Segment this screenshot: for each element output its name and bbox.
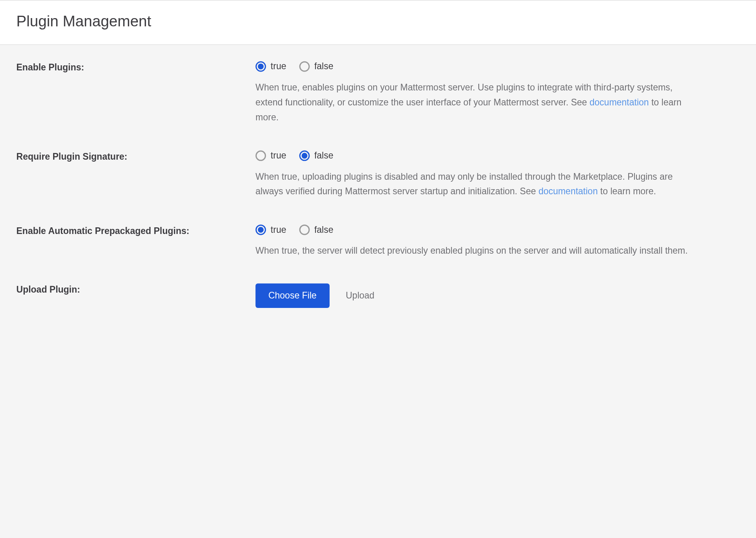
setting-label: Enable Plugins: <box>17 61 256 125</box>
radio-label: false <box>314 61 334 72</box>
radio-icon <box>299 150 310 161</box>
setting-controls: Choose File Upload Upload a plugin for y… <box>256 284 699 329</box>
radio-enable-plugins-false[interactable]: false <box>299 61 333 72</box>
help-text: When true, uploading plugins is disabled… <box>256 169 699 199</box>
help-suffix: to learn more. <box>598 186 656 196</box>
setting-controls: true false When true, enables plugins on… <box>256 61 699 125</box>
radio-group-auto-prepackaged: true false <box>256 225 699 235</box>
radio-label: false <box>314 150 334 161</box>
radio-label: true <box>271 225 286 235</box>
setting-enable-plugins: Enable Plugins: true false When true, en… <box>17 61 740 125</box>
radio-require-signature-true[interactable]: true <box>256 150 286 161</box>
setting-require-signature: Require Plugin Signature: true false Whe… <box>17 150 740 199</box>
help-text: When true, enables plugins on your Matte… <box>256 80 699 125</box>
radio-icon <box>256 61 266 72</box>
radio-auto-prepackaged-true[interactable]: true <box>256 225 286 235</box>
help-text: When true, the server will detect previo… <box>256 243 699 258</box>
radio-icon <box>256 150 266 161</box>
radio-label: true <box>271 150 286 161</box>
radio-icon <box>299 225 310 235</box>
setting-label: Require Plugin Signature: <box>17 150 256 199</box>
radio-group-enable-plugins: true false <box>256 61 699 72</box>
radio-require-signature-false[interactable]: false <box>299 150 333 161</box>
radio-icon <box>299 61 310 72</box>
setting-controls: true false When true, the server will de… <box>256 225 699 258</box>
documentation-link[interactable]: documentation <box>538 186 598 196</box>
upload-button-row: Choose File Upload <box>256 284 699 308</box>
page-title: Plugin Management <box>17 12 740 30</box>
radio-group-require-signature: true false <box>256 150 699 161</box>
setting-upload-plugin: Upload Plugin: Choose File Upload Upload… <box>17 284 740 329</box>
radio-icon <box>256 225 266 235</box>
radio-enable-plugins-true[interactable]: true <box>256 61 286 72</box>
setting-label: Upload Plugin: <box>17 284 256 329</box>
radio-label: true <box>271 61 286 72</box>
choose-file-button[interactable]: Choose File <box>256 284 330 308</box>
setting-controls: true false When true, uploading plugins … <box>256 150 699 199</box>
documentation-link[interactable]: documentation <box>590 97 649 107</box>
radio-label: false <box>314 225 334 235</box>
setting-label: Enable Automatic Prepackaged Plugins: <box>17 225 256 258</box>
settings-content: Enable Plugins: true false When true, en… <box>0 45 756 329</box>
radio-auto-prepackaged-false[interactable]: false <box>299 225 333 235</box>
setting-auto-prepackaged: Enable Automatic Prepackaged Plugins: tr… <box>17 225 740 258</box>
page-header: Plugin Management <box>0 0 756 45</box>
upload-button[interactable]: Upload <box>346 291 374 301</box>
